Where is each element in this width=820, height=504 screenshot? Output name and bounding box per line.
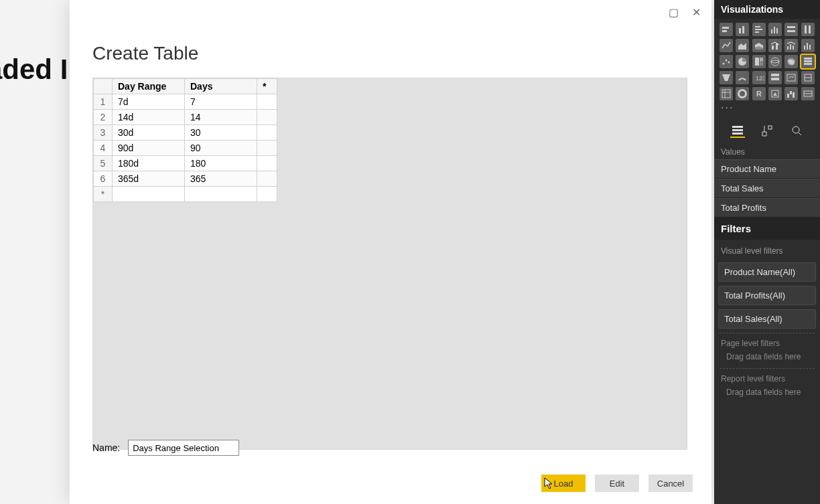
multi-row-card-icon[interactable] [768,71,782,84]
column-header-days[interactable]: Days [185,79,257,94]
pie-chart-icon[interactable] [736,55,749,68]
stacked-bar-100-chart-icon[interactable] [784,23,798,36]
svg-rect-46 [787,94,789,98]
cell-empty[interactable] [257,94,277,110]
svg-rect-48 [793,92,795,98]
cell-day-range[interactable]: 90d [113,141,185,156]
arcgis-map-icon[interactable] [768,87,782,100]
line-clustered-column-chart-icon[interactable] [784,39,798,52]
line-stacked-column-chart-icon[interactable] [768,39,782,52]
maximize-button[interactable]: ▢ [662,3,685,21]
cell-day-range[interactable]: 180d [113,156,185,171]
value-field[interactable]: Total Sales [714,179,820,198]
gauge-icon[interactable] [736,71,749,84]
svg-rect-5 [755,29,762,30]
stacked-area-chart-icon[interactable] [752,39,766,52]
cell-days[interactable]: 30 [185,125,257,141]
cell-days[interactable]: 180 [185,156,257,171]
cell-empty[interactable] [257,187,277,202]
cell-days[interactable] [185,187,257,202]
cancel-button[interactable]: Cancel [648,475,693,492]
value-field[interactable]: Total Profits [714,198,820,218]
table-name-input[interactable] [128,440,239,456]
table-row[interactable]: 4 90d 90 [94,141,277,156]
table-row[interactable]: 5 180d 180 [94,156,277,171]
donut-chart-icon[interactable] [736,87,749,100]
cell-empty[interactable] [257,125,277,141]
r-visual-icon[interactable]: R [752,87,766,100]
cell-empty[interactable] [257,156,277,171]
table-row[interactable]: 2 14d 14 [94,110,277,125]
dialog-titlebar: ▢ ✕ [70,0,711,27]
stacked-column-chart-icon[interactable] [736,23,749,36]
treemap-icon[interactable] [752,55,766,68]
visual-filter-card[interactable]: Total Profits(All) [718,286,816,305]
svg-point-22 [723,63,725,65]
row-index-new: * [94,187,113,202]
report-level-drop-area[interactable]: Drag data fields here [720,385,815,404]
format-tab[interactable] [760,123,774,138]
slicer-icon[interactable] [801,71,815,84]
filled-map-icon[interactable] [784,55,798,68]
column-header-add[interactable]: * [257,79,277,94]
cell-days[interactable]: 7 [185,94,257,110]
card-icon[interactable]: 123 [752,71,766,84]
cell-days[interactable]: 365 [185,171,257,187]
edit-button[interactable]: Edit [595,475,639,492]
svg-rect-16 [787,46,789,50]
svg-rect-33 [804,63,812,65]
cell-day-range[interactable]: 30d [113,125,185,141]
python-visual-icon[interactable] [801,87,815,100]
cell-days[interactable]: 90 [185,141,257,156]
waterfall-chart-icon[interactable] [784,87,798,100]
svg-rect-8 [774,27,775,33]
load-button[interactable]: Load [541,475,586,492]
matrix-icon[interactable] [720,87,733,100]
svg-rect-37 [787,74,795,81]
close-button[interactable]: ✕ [685,3,707,21]
visual-filter-card[interactable]: Product Name(All) [718,262,816,282]
area-chart-icon[interactable] [736,39,749,52]
cell-empty[interactable] [257,171,277,187]
svg-rect-26 [755,58,759,66]
visual-filter-card[interactable]: Total Sales(All) [718,309,816,329]
cell-day-range[interactable]: 7d [113,94,185,110]
stacked-bar-chart-icon[interactable] [720,23,733,36]
table-editor-area[interactable]: Day Range Days * 1 7d 7 2 14d 14 [92,78,687,450]
cell-days[interactable]: 14 [185,110,257,125]
page-level-filters-label: Page level filters [714,333,820,349]
scatter-chart-icon[interactable] [720,55,733,68]
svg-rect-0 [722,27,729,29]
table-row[interactable]: 6 365d 365 [94,171,277,187]
line-chart-icon[interactable] [720,39,733,52]
clustered-column-chart-icon[interactable] [768,23,782,36]
value-field[interactable]: Product Name [714,159,820,179]
fields-tab[interactable] [730,123,745,138]
svg-line-56 [799,133,801,135]
stacked-column-100-chart-icon[interactable] [801,23,815,36]
analytics-tab[interactable] [789,123,804,138]
clustered-bar-chart-icon[interactable] [752,23,766,36]
cell-empty[interactable] [257,110,277,125]
page-level-drop-area[interactable]: Drag data fields here [720,349,815,369]
more-visuals-button[interactable]: ··· [714,102,820,118]
create-table-grid[interactable]: Day Range Days * 1 7d 7 2 14d 14 [93,78,277,202]
row-index: 2 [94,110,113,125]
map-icon[interactable] [768,55,782,68]
cell-empty[interactable] [257,141,277,156]
column-header-day-range[interactable]: Day Range [113,79,185,94]
cell-day-range[interactable] [113,187,185,202]
cell-day-range[interactable]: 14d [113,110,185,125]
kpi-icon[interactable] [784,71,798,84]
ribbon-chart-icon[interactable] [801,39,815,52]
table-row[interactable]: 3 30d 30 [94,125,277,141]
table-visual-icon[interactable] [801,55,815,68]
visualizations-header: Visualizations [714,0,820,19]
visualizations-pane: Visualizations 123 R ··· [714,0,820,504]
cell-day-range[interactable]: 365d [113,171,185,187]
table-row[interactable]: 1 7d 7 [94,94,277,110]
row-index: 4 [94,141,113,156]
funnel-chart-icon[interactable] [720,71,733,84]
svg-rect-7 [771,29,772,33]
table-row-new[interactable]: * [94,187,277,202]
